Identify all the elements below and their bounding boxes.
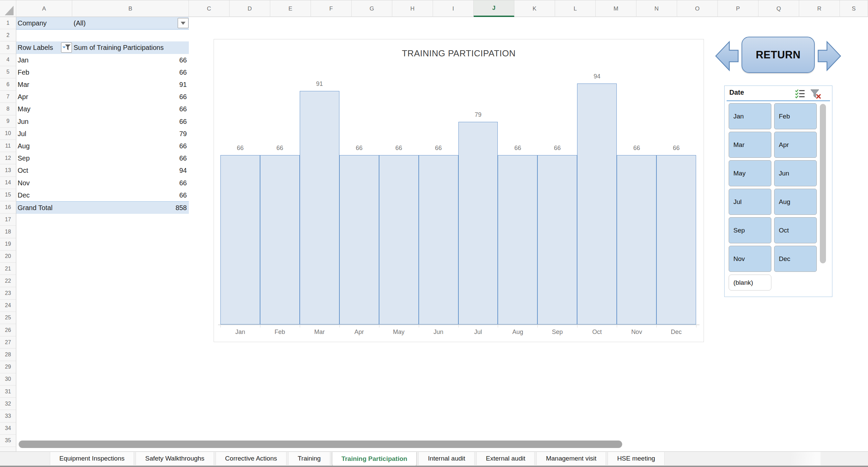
pivot-month-cell[interactable]: Jul xyxy=(18,128,26,140)
row-header-32[interactable]: 32 xyxy=(0,398,16,410)
slicer-item-jul[interactable]: Jul xyxy=(729,189,771,215)
slicer-item-aug[interactable]: Aug xyxy=(774,189,817,215)
slicer-item-feb[interactable]: Feb xyxy=(774,103,817,129)
filter-dropdown-button[interactable] xyxy=(178,18,189,28)
sheet-tab-external-audit[interactable]: External audit xyxy=(476,452,535,465)
grand-total-label[interactable]: Grand Total xyxy=(18,202,53,214)
pivot-filter-value[interactable]: (All) xyxy=(74,17,86,30)
pivot-value-cell[interactable]: 79 xyxy=(118,128,187,140)
return-button[interactable]: RETURN xyxy=(742,37,815,73)
chart-bar-jan[interactable] xyxy=(220,155,260,324)
pivot-month-cell[interactable]: Jan xyxy=(18,54,28,67)
horizontal-scrollbar[interactable] xyxy=(19,441,622,448)
row-header-5[interactable]: 5 xyxy=(0,66,16,78)
column-header-O[interactable]: O xyxy=(677,0,718,17)
row-header-27[interactable]: 27 xyxy=(0,336,16,349)
pivot-value-cell[interactable]: 66 xyxy=(118,54,187,67)
pivot-value-cell[interactable]: 66 xyxy=(118,66,187,79)
column-header-R[interactable]: R xyxy=(799,0,840,17)
column-header-M[interactable]: M xyxy=(596,0,636,17)
column-header-A[interactable]: A xyxy=(16,0,72,17)
column-header-H[interactable]: H xyxy=(392,0,433,17)
column-header-P[interactable]: P xyxy=(718,0,758,17)
pivot-value-cell[interactable]: 94 xyxy=(118,164,187,177)
row-header-29[interactable]: 29 xyxy=(0,361,16,373)
chart-bar-sep[interactable] xyxy=(537,155,577,324)
slicer-item-sep[interactable]: Sep xyxy=(729,217,771,243)
slicer-item-may[interactable]: May xyxy=(729,160,771,186)
pivot-month-cell[interactable]: Feb xyxy=(18,66,29,79)
pivot-month-cell[interactable]: Jun xyxy=(18,115,28,128)
pivot-value-cell[interactable]: 66 xyxy=(118,140,187,152)
chart-bar-dec[interactable] xyxy=(656,155,696,324)
column-header-Q[interactable]: Q xyxy=(758,0,799,17)
pivot-values-header[interactable]: Sum of Training Participations xyxy=(74,41,164,54)
sheet-tab-training[interactable]: Training xyxy=(288,452,330,465)
pivot-month-cell[interactable]: Sep xyxy=(18,152,30,165)
row-header-12[interactable]: 12 xyxy=(0,152,16,164)
sheet-tab-training-participation[interactable]: Training Participation xyxy=(332,452,417,467)
row-header-31[interactable]: 31 xyxy=(0,386,16,398)
chart-bar-jul[interactable] xyxy=(458,122,498,324)
pivot-value-cell[interactable]: 66 xyxy=(118,115,187,128)
slicer-item-nov[interactable]: Nov xyxy=(729,246,771,272)
pivot-month-cell[interactable]: Aug xyxy=(18,140,30,152)
slicer-item-blank[interactable]: (blank) xyxy=(729,275,771,291)
slicer-scrollbar[interactable] xyxy=(820,104,826,263)
row-header-10[interactable]: 10 xyxy=(0,128,16,140)
column-header-E[interactable]: E xyxy=(270,0,311,17)
sheet-tab-internal-audit[interactable]: Internal audit xyxy=(418,452,475,465)
row-header-9[interactable]: 9 xyxy=(0,115,16,128)
chart-bar-apr[interactable] xyxy=(339,155,379,324)
chart-bar-aug[interactable] xyxy=(498,155,537,324)
column-header-F[interactable]: F xyxy=(311,0,352,17)
row-header-2[interactable]: 2 xyxy=(0,29,16,41)
chart-bar-feb[interactable] xyxy=(260,155,300,324)
row-header-30[interactable]: 30 xyxy=(0,373,16,386)
grand-total-value[interactable]: 858 xyxy=(118,202,187,214)
row-header-14[interactable]: 14 xyxy=(0,177,16,189)
column-header-G[interactable]: G xyxy=(352,0,392,17)
pivot-value-cell[interactable]: 66 xyxy=(118,189,187,202)
training-participation-chart[interactable]: TRAINING PARTICIPATION 66Jan66Feb91Mar66… xyxy=(214,39,704,342)
slicer-item-mar[interactable]: Mar xyxy=(729,132,771,158)
row-header-19[interactable]: 19 xyxy=(0,238,16,250)
multi-select-icon[interactable] xyxy=(794,89,805,99)
pivot-filter-label[interactable]: Company xyxy=(18,17,47,30)
row-header-33[interactable]: 33 xyxy=(0,410,16,422)
row-header-26[interactable]: 26 xyxy=(0,324,16,336)
pivot-month-cell[interactable]: Oct xyxy=(18,164,28,177)
forward-arrow-shape[interactable] xyxy=(817,40,842,72)
row-header-6[interactable]: 6 xyxy=(0,78,16,91)
row-header-25[interactable]: 25 xyxy=(0,312,16,324)
row-header-3[interactable]: 3 xyxy=(0,41,16,54)
sheet-tab-safety-walkthroughs[interactable]: Safety Walkthroughs xyxy=(136,452,214,465)
column-header-D[interactable]: D xyxy=(230,0,270,17)
column-header-B[interactable]: B xyxy=(72,0,189,17)
row-header-11[interactable]: 11 xyxy=(0,140,16,152)
row-header-35[interactable]: 35 xyxy=(0,435,16,447)
chart-bar-oct[interactable] xyxy=(577,83,617,324)
column-header-J[interactable]: J xyxy=(474,0,514,17)
select-all-corner[interactable] xyxy=(0,0,16,17)
row-header-24[interactable]: 24 xyxy=(0,300,16,312)
slicer-item-jun[interactable]: Jun xyxy=(774,160,817,186)
slicer-item-apr[interactable]: Apr xyxy=(774,132,817,158)
chart-bar-may[interactable] xyxy=(379,155,419,324)
chart-bar-mar[interactable] xyxy=(300,91,339,324)
pivot-month-cell[interactable]: Dec xyxy=(18,189,30,202)
sheet-tab-corrective-actions[interactable]: Corrective Actions xyxy=(216,452,287,465)
column-header-I[interactable]: I xyxy=(433,0,474,17)
row-header-8[interactable]: 8 xyxy=(0,103,16,115)
sheet-tab-hse-meeting[interactable]: HSE meeting xyxy=(608,452,665,465)
row-header-13[interactable]: 13 xyxy=(0,164,16,176)
row-header-18[interactable]: 18 xyxy=(0,226,16,238)
pivot-value-cell[interactable]: 66 xyxy=(118,177,187,189)
back-arrow-shape[interactable] xyxy=(715,40,739,72)
chart-bar-nov[interactable] xyxy=(617,155,656,324)
row-header-28[interactable]: 28 xyxy=(0,349,16,361)
sheet-tab-equipment-inspections[interactable]: Equipment Inspections xyxy=(50,452,134,465)
row-header-22[interactable]: 22 xyxy=(0,275,16,287)
slicer-item-oct[interactable]: Oct xyxy=(774,217,817,243)
pivot-month-cell[interactable]: Apr xyxy=(18,91,28,103)
